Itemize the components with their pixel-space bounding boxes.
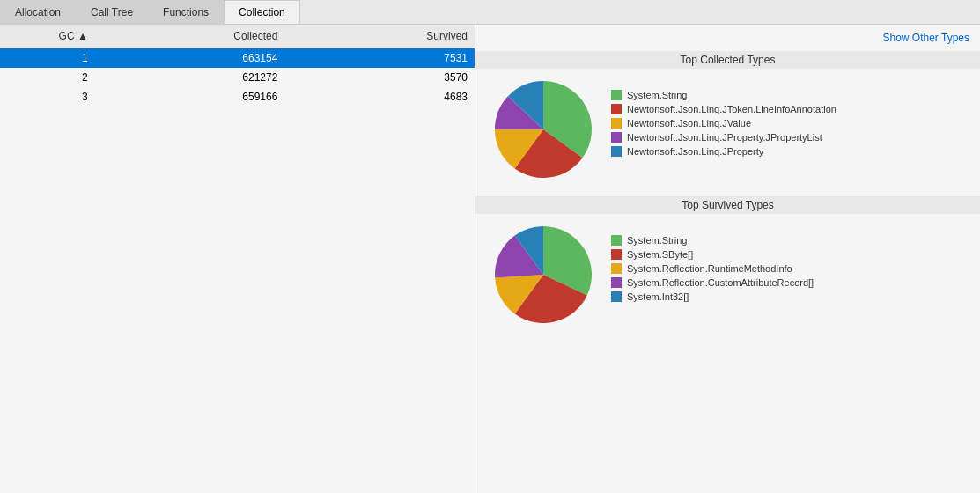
legend-color — [611, 118, 622, 129]
tab-call-tree[interactable]: Call Tree — [76, 0, 148, 24]
legend-color — [611, 146, 622, 157]
collection-table: GC ▲ Collected Survived 1663154753126212… — [0, 25, 475, 107]
table-row[interactable]: 26212723570 — [0, 68, 475, 87]
top-survived-area: System.StringSystem.SByte[]System.Reflec… — [475, 217, 980, 335]
legend-item: System.Reflection.CustomAttributeRecord[… — [611, 277, 814, 288]
cell-collected: 659166 — [95, 87, 285, 107]
legend-item: System.SByte[] — [611, 249, 814, 260]
cell-survived: 7531 — [284, 48, 475, 69]
legend-label: System.Reflection.RuntimeMethodInfo — [627, 263, 792, 274]
cell-survived: 4683 — [284, 87, 475, 107]
legend-color — [611, 235, 622, 246]
top-collected-area: System.StringNewtonsoft.Json.Linq.JToken… — [475, 72, 980, 189]
legend-label: Newtonsoft.Json.Linq.JProperty.JProperty… — [627, 132, 822, 143]
legend-color — [611, 104, 622, 114]
legend-label: Newtonsoft.Json.Linq.JToken.LineInfoAnno… — [627, 104, 836, 114]
legend-color — [611, 132, 622, 143]
col-gc[interactable]: GC ▲ — [0, 25, 95, 48]
legend-label: System.String — [627, 235, 687, 246]
tab-functions[interactable]: Functions — [148, 0, 224, 24]
legend-label: System.Int32[] — [627, 291, 689, 302]
table-row[interactable]: 36591664683 — [0, 87, 475, 107]
legend-color — [611, 277, 622, 288]
legend-item: Newtonsoft.Json.Linq.JValue — [611, 118, 836, 129]
legend-item: System.String — [611, 235, 814, 246]
cell-collected: 621272 — [95, 68, 285, 87]
col-collected[interactable]: Collected — [95, 25, 285, 48]
main-content: GC ▲ Collected Survived 1663154753126212… — [0, 25, 980, 493]
legend-color — [611, 249, 622, 260]
top-collected-legend: System.StringNewtonsoft.Json.Linq.JToken… — [611, 72, 836, 157]
top-collected-pie — [486, 72, 601, 189]
legend-color — [611, 90, 622, 100]
legend-label: System.SByte[] — [627, 249, 693, 260]
tab-collection[interactable]: Collection — [224, 0, 300, 24]
top-collected-title: Top Collected Types — [475, 51, 980, 69]
left-panel: GC ▲ Collected Survived 1663154753126212… — [0, 25, 475, 493]
top-survived-group: Top Survived Types System.StringSystem.S… — [475, 193, 980, 338]
cell-collected: 663154 — [95, 48, 285, 69]
chart-section: Top Collected Types System.StringNewtons… — [475, 48, 980, 489]
legend-label: Newtonsoft.Json.Linq.JValue — [627, 118, 751, 129]
cell-survived: 3570 — [284, 68, 475, 87]
legend-label: Newtonsoft.Json.Linq.JProperty — [627, 146, 763, 157]
cell-gc: 2 — [0, 68, 95, 87]
table-container: GC ▲ Collected Survived 1663154753126212… — [0, 25, 475, 493]
show-other-types-button[interactable]: Show Other Types — [475, 28, 980, 48]
table-header-row: GC ▲ Collected Survived — [0, 25, 475, 48]
top-survived-title: Top Survived Types — [475, 196, 980, 214]
tab-bar: Allocation Call Tree Functions Collectio… — [0, 0, 980, 25]
legend-item: System.Int32[] — [611, 291, 814, 302]
legend-item: System.String — [611, 90, 836, 100]
legend-color — [611, 291, 622, 302]
top-collected-group: Top Collected Types System.StringNewtons… — [475, 48, 980, 193]
right-panel: Show Other Types Top Collected Types Sys… — [475, 25, 980, 493]
table-row[interactable]: 16631547531 — [0, 48, 475, 69]
legend-color — [611, 263, 622, 274]
tab-allocation[interactable]: Allocation — [0, 0, 76, 24]
legend-item: Newtonsoft.Json.Linq.JProperty — [611, 146, 836, 157]
legend-item: Newtonsoft.Json.Linq.JToken.LineInfoAnno… — [611, 104, 836, 114]
col-survived[interactable]: Survived — [284, 25, 475, 48]
legend-item: Newtonsoft.Json.Linq.JProperty.JProperty… — [611, 132, 836, 143]
legend-item: System.Reflection.RuntimeMethodInfo — [611, 263, 814, 274]
cell-gc: 1 — [0, 48, 95, 69]
legend-label: System.Reflection.CustomAttributeRecord[… — [627, 277, 814, 288]
cell-gc: 3 — [0, 87, 95, 107]
top-survived-pie — [486, 217, 601, 335]
legend-label: System.String — [627, 90, 687, 100]
top-survived-legend: System.StringSystem.SByte[]System.Reflec… — [611, 217, 814, 302]
